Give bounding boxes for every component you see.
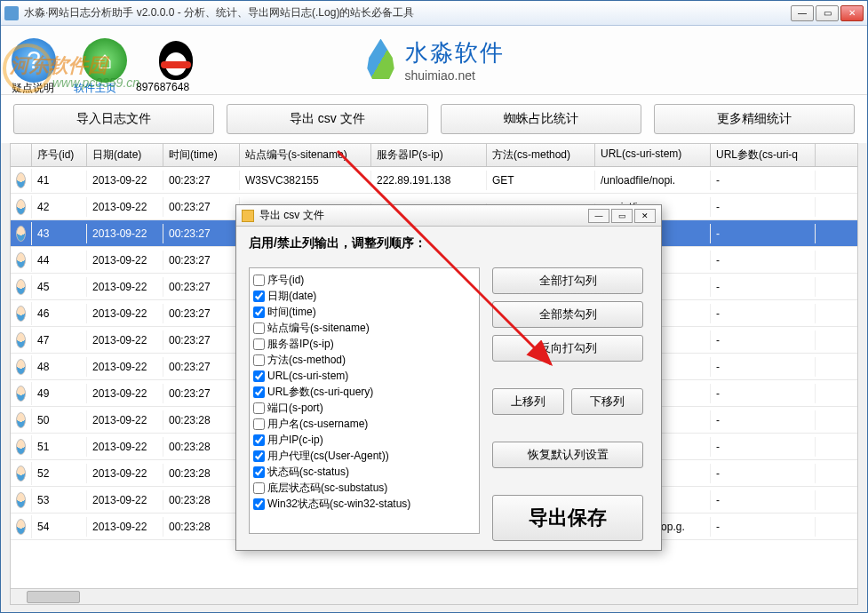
column-checklist[interactable]: 序号(id)日期(date)时间(time)站点编号(s-sitename)服务… [249, 267, 480, 534]
scroll-thumb[interactable] [27, 591, 80, 603]
check-label: 服务器IP(s-ip) [267, 336, 334, 352]
user-icon [16, 199, 26, 215]
home-label[interactable]: 软件主页 [74, 81, 116, 96]
user-icon [16, 439, 26, 455]
user-icon [16, 252, 26, 268]
spider-stats-button[interactable]: 蜘蛛占比统计 [441, 104, 641, 134]
check-label: 用户名(cs-username) [267, 416, 368, 432]
check-item[interactable]: 状态码(sc-status) [253, 464, 475, 480]
brand-cn: 水淼软件 [405, 37, 505, 68]
check-item[interactable]: 方法(cs-method) [253, 352, 475, 368]
checkbox[interactable] [253, 482, 265, 494]
col-url[interactable]: URL(cs-uri-stem) [595, 144, 711, 166]
user-icon [16, 492, 26, 508]
check-item[interactable]: 时间(time) [253, 304, 475, 320]
dialog-titlebar[interactable]: 导出 csv 文件 — ▭ ✕ [236, 205, 661, 227]
checkbox[interactable] [253, 291, 265, 302]
user-icon [16, 519, 26, 535]
checkbox[interactable] [253, 498, 265, 510]
check-label: 方法(cs-method) [267, 352, 346, 368]
brand-logo-icon [364, 39, 398, 82]
uncheck-all-button[interactable]: 全部禁勾列 [492, 301, 643, 328]
col-site[interactable]: 站点编号(s-sitename) [240, 144, 371, 166]
grid-header: 序号(id) 日期(date) 时间(time) 站点编号(s-sitename… [11, 144, 857, 167]
checkbox[interactable] [253, 306, 265, 318]
checkbox[interactable] [253, 450, 265, 462]
export-save-button[interactable]: 导出保存 [492, 495, 643, 541]
col-date[interactable]: 日期(date) [87, 144, 163, 166]
user-icon [16, 386, 26, 402]
table-row[interactable]: 412013-09-2200:23:27 W3SVC382155222.89.1… [11, 167, 857, 194]
restore-default-button[interactable]: 恢复默认列设置 [492, 442, 643, 468]
help-label[interactable]: 疑点说明 [12, 81, 54, 96]
check-label: 端口(s-port) [267, 400, 323, 416]
check-label: Win32状态码(sc-win32-status) [267, 496, 410, 512]
minimize-button[interactable]: — [791, 5, 814, 21]
check-label: 用户IP(c-ip) [267, 432, 323, 448]
checkbox[interactable] [253, 338, 265, 350]
check-label: 状态码(sc-status) [267, 464, 349, 480]
window-title: 水淼·网站日志分析助手 v2.0.0.0 - 分析、统计、导出网站日志(.Log… [24, 5, 791, 20]
check-item[interactable]: 端口(s-port) [253, 400, 475, 416]
maximize-button[interactable]: ▭ [816, 5, 839, 21]
checkbox[interactable] [253, 322, 265, 334]
check-item[interactable]: URL(cs-uri-stem) [253, 368, 475, 384]
checkbox[interactable] [253, 275, 265, 286]
checkbox[interactable] [253, 402, 265, 414]
check-item[interactable]: 用户名(cs-username) [253, 416, 475, 432]
check-item[interactable]: 日期(date) [253, 288, 475, 304]
invert-check-button[interactable]: 反向打勾列 [492, 335, 643, 362]
import-button[interactable]: 导入日志文件 [13, 104, 214, 134]
dialog-maximize-button[interactable]: ▭ [611, 209, 633, 223]
check-item[interactable]: 底层状态码(sc-substatus) [253, 480, 475, 496]
user-icon [16, 306, 26, 322]
check-label: 时间(time) [267, 304, 316, 320]
checkbox[interactable] [253, 418, 265, 430]
check-label: 序号(id) [267, 272, 304, 288]
checkbox[interactable] [253, 434, 265, 446]
horizontal-scrollbar[interactable] [11, 588, 857, 604]
col-time[interactable]: 时间(time) [163, 144, 240, 166]
home-icon[interactable]: ⌂ [83, 38, 127, 83]
check-item[interactable]: URL参数(cs-uri-query) [253, 384, 475, 400]
check-label: 底层状态码(sc-substatus) [267, 480, 387, 496]
titlebar[interactable]: 水淼·网站日志分析助手 v2.0.0.0 - 分析、统计、导出网站日志(.Log… [1, 1, 867, 26]
dialog-title: 导出 csv 文件 [259, 208, 324, 223]
help-icon[interactable]: ? [12, 38, 56, 83]
brand-en: shuimiao.net [405, 68, 505, 83]
check-item[interactable]: 用户代理(cs(User-Agent)) [253, 448, 475, 464]
check-item[interactable]: 站点编号(s-sitename) [253, 320, 475, 336]
user-icon [16, 412, 26, 428]
qq-icon[interactable] [154, 38, 198, 83]
col-method[interactable]: 方法(cs-method) [487, 144, 595, 166]
export-dialog: 导出 csv 文件 — ▭ ✕ 启用/禁止列输出，调整列顺序： 序号(id)日期… [235, 204, 662, 551]
check-item[interactable]: 序号(id) [253, 272, 475, 288]
move-up-button[interactable]: 上移列 [492, 388, 564, 415]
check-item[interactable]: Win32状态码(sc-win32-status) [253, 496, 475, 512]
checkbox[interactable] [253, 466, 265, 478]
col-ip[interactable]: 服务器IP(s-ip) [371, 144, 487, 166]
dialog-minimize-button[interactable]: — [588, 209, 609, 223]
user-icon [16, 359, 26, 375]
qq-label[interactable]: 897687648 [136, 81, 189, 96]
move-down-button[interactable]: 下移列 [571, 388, 643, 415]
col-id[interactable]: 序号(id) [32, 144, 87, 166]
user-icon [16, 279, 26, 295]
dialog-close-button[interactable]: ✕ [634, 209, 656, 223]
check-all-button[interactable]: 全部打勾列 [492, 267, 643, 294]
check-label: URL(cs-uri-stem) [267, 368, 348, 384]
user-icon [16, 172, 26, 188]
app-icon [4, 6, 19, 20]
check-label: 用户代理(cs(User-Agent)) [267, 448, 389, 464]
col-query[interactable]: URL参数(cs-uri-q [711, 144, 816, 166]
check-item[interactable]: 用户IP(c-ip) [253, 432, 475, 448]
checkbox[interactable] [253, 386, 265, 398]
checkbox[interactable] [253, 370, 265, 382]
user-icon [16, 332, 26, 348]
user-icon [16, 226, 26, 242]
check-item[interactable]: 服务器IP(s-ip) [253, 336, 475, 352]
close-button[interactable]: ✕ [840, 5, 864, 21]
more-stats-button[interactable]: 更多精细统计 [654, 104, 855, 134]
checkbox[interactable] [253, 354, 265, 366]
export-csv-button[interactable]: 导出 csv 文件 [227, 104, 427, 134]
